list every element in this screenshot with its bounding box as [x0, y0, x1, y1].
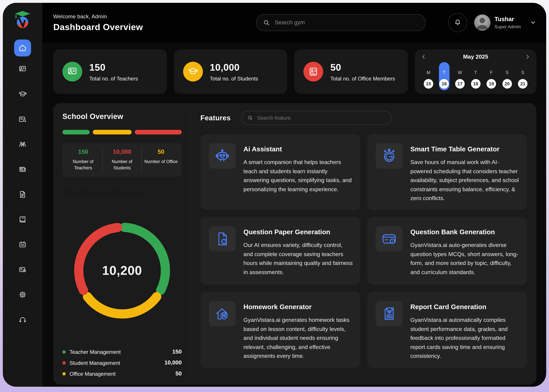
sidebar-item-settings[interactable] — [18, 290, 27, 299]
calendar-day-label: W — [458, 70, 462, 75]
chevron-down-icon[interactable] — [530, 20, 536, 26]
features-title: Features — [200, 114, 231, 122]
calendar-day-column[interactable]: W17 — [452, 62, 468, 91]
search-icon — [263, 19, 270, 26]
overview-stat-value: 150 — [65, 148, 101, 155]
sidebar-item-support[interactable] — [18, 315, 27, 324]
feature-card-question-paper[interactable]: ? Question Paper Generation Our AI ensur… — [200, 217, 360, 285]
feature-card-homework-generator[interactable]: Homework Generator GyanVistara.ai genera… — [200, 292, 360, 368]
calendar-date[interactable]: 19 — [486, 79, 496, 89]
gear-icon — [18, 290, 27, 299]
notifications-button[interactable] — [448, 13, 467, 32]
feature-card-question-bank[interactable]: ? Question Bank Generation GyanVistara.a… — [367, 217, 527, 285]
feature-title: Smart Time Table Generator — [410, 145, 520, 153]
sidebar-item-library[interactable] — [18, 215, 27, 224]
calendar-day-column[interactable]: S20 — [499, 62, 515, 91]
report-card-icon — [376, 301, 403, 326]
teacher-board-icon — [18, 65, 27, 73]
calendar-day-column[interactable]: T16 — [436, 62, 452, 91]
header-titles: Welcome back, Admin Dashboard Overview — [53, 13, 143, 32]
calendar-date[interactable]: 17 — [455, 79, 465, 89]
header: Welcome back, Admin Dashboard Overview — [42, 3, 546, 42]
calendar-date[interactable]: 20 — [502, 79, 512, 89]
newspaper-icon — [18, 165, 27, 174]
global-search-input[interactable] — [274, 19, 419, 26]
svg-text:?: ? — [391, 240, 393, 243]
calendar-day-label: S — [521, 70, 524, 75]
card-search-icon — [18, 115, 27, 124]
legend-dot — [63, 350, 66, 353]
feature-card-ai-assistant[interactable]: Ai Assistant A smart companion that help… — [200, 134, 360, 210]
feature-title: Ai Assistant — [243, 145, 353, 153]
sidebar-item-teachers[interactable] — [18, 65, 27, 73]
feature-search[interactable] — [241, 111, 391, 125]
graduation-cap-icon — [18, 90, 27, 98]
calendar-widget: May 2025 M15 T16 W17 T18 F19 S20 — [415, 49, 536, 94]
overview-stat-value: 50 — [143, 148, 179, 155]
feature-description: GyanVistara.ai automatically compiles st… — [410, 315, 520, 361]
school-overview-panel: School Overview 150 Number of Teachers — [53, 103, 190, 385]
progress-pill — [135, 130, 182, 134]
calendar-day-column[interactable]: M15 — [421, 62, 436, 91]
stat-card-teachers: 150 Total no. of Teachers — [53, 49, 167, 94]
feature-title: Homework Generator — [243, 303, 353, 311]
sidebar-item-documents[interactable] — [18, 190, 27, 199]
calendar-day-label: F — [490, 70, 493, 75]
overview-stat-value: 10,000 — [104, 148, 140, 155]
feature-card-report-card[interactable]: Report Card Generation GyanVistara.ai au… — [367, 292, 527, 368]
feature-description: Save hours of manual work with AI-powere… — [410, 158, 520, 203]
stat-value: 50 — [331, 62, 395, 73]
progress-pill — [63, 130, 90, 134]
card-question-icon: ? — [376, 226, 403, 252]
feature-search-input[interactable] — [256, 115, 386, 121]
stat-value: 150 — [89, 62, 138, 73]
features-section: Features — [190, 103, 536, 385]
progress-pill-row — [63, 130, 182, 134]
headset-icon — [18, 315, 27, 324]
user-menu[interactable]: Tushar Super Admin — [474, 14, 536, 31]
calendar-date[interactable]: 15 — [424, 79, 433, 89]
page-title: Dashboard Overview — [53, 22, 143, 32]
legend-dot — [63, 361, 66, 364]
stat-value: 10,000 — [210, 62, 258, 73]
sidebar-item-home[interactable] — [14, 40, 31, 56]
calendar-week: M15 T16 W17 T18 F19 S20 S21 — [421, 62, 531, 91]
book-icon — [18, 215, 27, 224]
calendar-next-icon[interactable] — [524, 54, 531, 60]
feature-description: GyanVistara.ai generates homework tasks … — [243, 315, 353, 361]
overview-stat-label: Number of Office — [143, 159, 179, 165]
svg-text:?: ? — [223, 240, 225, 243]
global-search[interactable] — [256, 14, 425, 31]
stat-card-students: 10,000 Total no. of Students — [174, 49, 287, 94]
donut-total: 10,200 — [71, 219, 173, 322]
calendar-day-column[interactable]: F19 — [484, 62, 499, 91]
sidebar — [3, 3, 42, 387]
app-logo-icon — [14, 11, 32, 30]
content: 150 Total no. of Teachers — [42, 42, 546, 387]
calendar-day-column[interactable]: S21 — [515, 62, 531, 91]
sidebar-item-news[interactable] — [18, 165, 27, 174]
sidebar-item-students[interactable] — [18, 90, 27, 98]
feature-title: Question Bank Generation — [410, 228, 520, 236]
user-role: Super Admin — [494, 24, 521, 29]
calendar-day-label: S — [506, 70, 508, 75]
feature-card-smart-time-table[interactable]: Smart Time Table Generator Save hours of… — [367, 134, 527, 210]
sidebar-item-calendar[interactable] — [18, 240, 27, 249]
calendar-date[interactable]: 21 — [518, 79, 528, 89]
sidebar-item-exam-search[interactable] — [18, 115, 27, 124]
student-stat-icon — [183, 62, 203, 81]
teacher-stat-icon — [63, 62, 82, 81]
bell-icon — [454, 19, 461, 27]
app-window: Welcome back, Admin Dashboard Overview — [3, 3, 546, 387]
progress-overview-watermark: School Progress Overview — [63, 189, 182, 197]
calendar-date[interactable]: 18 — [471, 79, 480, 89]
sidebar-item-schedule[interactable] — [18, 265, 27, 274]
calendar-day-column[interactable]: T18 — [468, 62, 484, 91]
calendar-prev-icon[interactable] — [421, 54, 427, 60]
sidebar-item-staff[interactable] — [18, 140, 27, 148]
robot-icon — [209, 143, 236, 169]
progress-pill — [93, 130, 132, 134]
feature-description: A smart companion that helps teachers te… — [243, 158, 353, 194]
legend-dot — [63, 372, 66, 375]
donut-legend: Teacher Management 150 Student Managemen… — [63, 344, 182, 377]
